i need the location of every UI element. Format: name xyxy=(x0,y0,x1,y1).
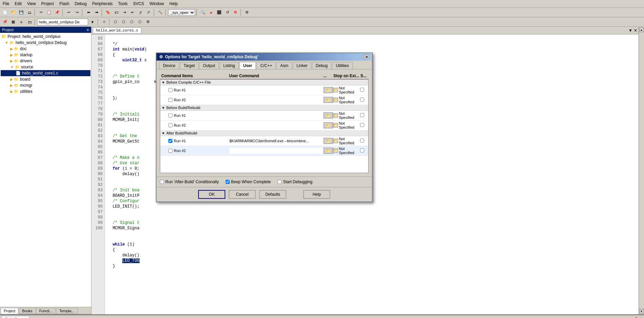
dialog-tab-device[interactable]: Device xyxy=(159,62,179,69)
sidebar-close-icon[interactable]: ✕ xyxy=(86,28,89,32)
after-build-run1-browse[interactable]: 📁 xyxy=(324,138,333,144)
tb2-select[interactable]: ⊹ xyxy=(100,18,108,26)
tb-debug-reset[interactable]: ↺ xyxy=(224,9,231,16)
tree-item-board[interactable]: ▶ 📁 board xyxy=(1,76,90,82)
code-tab-pin[interactable]: ▼ xyxy=(628,28,632,33)
before-compile-run1-checkbox[interactable] xyxy=(168,88,172,92)
tb-comment[interactable]: // xyxy=(137,9,144,16)
menu-svcs[interactable]: SVCS xyxy=(130,1,147,7)
dialog-tab-asm[interactable]: Asm xyxy=(276,62,292,69)
code-tab-core1[interactable]: hello_world_core1.c xyxy=(93,27,141,34)
bottom-panel-close[interactable]: ✕ xyxy=(639,317,643,318)
dialog-tab-output[interactable]: Output xyxy=(199,62,219,69)
tree-item-utilities[interactable]: ▶ 📁 utilities xyxy=(1,88,90,94)
tb-nav-back[interactable]: ⬅ xyxy=(85,9,92,16)
project-tree[interactable]: 📁 Project: hello_world_cm0plus ▼ 📁 hello… xyxy=(0,33,91,307)
tb2-grid[interactable]: ▦ xyxy=(9,18,17,26)
tb2-options[interactable]: ⚙ xyxy=(144,18,152,26)
menu-view[interactable]: View xyxy=(24,1,39,7)
group-before-compile-header[interactable]: ▼ Before Compile C/C++ File xyxy=(160,80,368,85)
before-compile-run2-s-checkbox[interactable] xyxy=(360,98,364,102)
tb2-list[interactable]: ≡ xyxy=(18,18,25,26)
menu-project[interactable]: Project xyxy=(39,1,57,7)
bottom-panel-pin[interactable]: 📌 xyxy=(633,317,638,318)
tb-build-target[interactable]: 🔨 xyxy=(157,9,164,16)
before-build-run1-input[interactable] xyxy=(229,112,324,119)
sidebar-tab-project[interactable]: Project xyxy=(1,308,18,314)
sidebar-tab-templates[interactable]: Templa... xyxy=(56,308,78,314)
run-after-build-checkbox[interactable] xyxy=(160,180,164,184)
before-build-run2-input[interactable] xyxy=(229,122,324,128)
bottom-tab-build[interactable]: Build Output xyxy=(1,316,29,318)
after-build-run1-input[interactable] xyxy=(229,138,324,144)
menu-flash[interactable]: Flash xyxy=(57,1,72,7)
dialog-tab-target[interactable]: Target xyxy=(180,62,199,69)
cancel-button[interactable]: Cancel xyxy=(229,190,256,199)
tb2-dropdown[interactable]: ▼ xyxy=(89,18,96,26)
group-before-build-header[interactable]: ▼ Before Build/Rebuild xyxy=(160,105,368,111)
menu-peripherals[interactable]: Peripherals xyxy=(89,1,116,7)
menu-help[interactable]: Help xyxy=(167,1,181,7)
tb-undo[interactable]: ↩ xyxy=(65,9,72,16)
after-build-run1-s-checkbox[interactable] xyxy=(360,139,364,143)
right-scroll-down[interactable]: ▼ xyxy=(639,309,644,314)
ok-button[interactable]: OK xyxy=(198,190,225,199)
tb-save[interactable]: 💾 xyxy=(18,9,25,16)
tb-unindent[interactable]: ⇤ xyxy=(129,9,136,16)
tb-search[interactable]: 🔍 xyxy=(199,9,207,16)
help-button[interactable]: Help xyxy=(303,190,330,199)
after-build-run1-checkbox[interactable] xyxy=(168,139,172,143)
beep-checkbox[interactable] xyxy=(226,180,230,184)
after-build-run2-browse[interactable]: 📁 xyxy=(324,148,333,154)
tb-bookmark[interactable]: 🔖 xyxy=(104,9,112,16)
menu-edit[interactable]: Edit xyxy=(12,1,24,7)
tb-new[interactable]: 📄 xyxy=(1,9,9,16)
menu-window[interactable]: Window xyxy=(147,1,167,7)
tree-item-mcmgr[interactable]: ▶ 📁 mcmgr xyxy=(1,82,90,88)
defaults-button[interactable]: Defaults xyxy=(259,190,286,199)
tree-item-drivers[interactable]: ▶ 📁 drivers xyxy=(1,58,90,64)
start-debugging-checkbox[interactable] xyxy=(277,180,282,184)
tb2-a1[interactable]: ⬡ xyxy=(112,18,119,26)
tb-nav-fwd[interactable]: ➡ xyxy=(93,9,100,16)
tb-cut[interactable]: ✂ xyxy=(37,9,45,16)
after-build-run2-s-checkbox[interactable] xyxy=(360,148,364,152)
tb2-a4[interactable]: ⬡ xyxy=(136,18,144,26)
tb2-a3[interactable]: ⬡ xyxy=(128,18,136,26)
group-after-build-header[interactable]: ▼ After Build/Rebuild xyxy=(160,130,368,136)
target-combo[interactable]: _sys_open xyxy=(168,9,195,16)
tb-redo[interactable]: ↪ xyxy=(73,9,81,16)
before-build-run2-s-checkbox[interactable] xyxy=(360,123,364,127)
menu-tools[interactable]: Tools xyxy=(116,1,130,7)
before-build-run2-browse[interactable]: 📁 xyxy=(324,122,333,128)
dialog-tab-debug[interactable]: Debug xyxy=(312,62,331,69)
before-compile-run2-browse[interactable]: 📁 xyxy=(324,97,333,103)
menu-debug[interactable]: Debug xyxy=(72,1,89,7)
tb-debug-stop[interactable]: ⬛ xyxy=(215,9,223,16)
tb2-pin[interactable]: 📌 xyxy=(1,18,9,26)
before-compile-run2-checkbox[interactable] xyxy=(168,98,172,102)
tb-indent[interactable]: ⇥ xyxy=(121,9,128,16)
after-build-run2-checkbox[interactable] xyxy=(168,149,172,153)
tree-item-doc[interactable]: ▶ 📁 doc xyxy=(1,46,90,52)
before-compile-run1-browse[interactable]: 📁 xyxy=(324,87,333,93)
before-compile-run2-input[interactable] xyxy=(229,97,324,103)
tb-debug-go[interactable]: ● xyxy=(207,9,215,16)
menu-file[interactable]: File xyxy=(0,1,12,7)
tree-item-startup[interactable]: ▶ 📁 startup xyxy=(1,52,90,58)
dialog-close-button[interactable]: ✕ xyxy=(364,55,369,59)
tb-save-all[interactable]: 🗂 xyxy=(26,9,33,16)
tb-paste[interactable]: 📌 xyxy=(54,9,61,16)
dialog-tab-user[interactable]: User xyxy=(240,62,256,69)
after-build-run2-input-container[interactable] xyxy=(229,148,324,154)
tb-copy[interactable]: 📋 xyxy=(45,9,53,16)
dialog-tab-cpp[interactable]: C/C++ xyxy=(256,62,276,69)
dialog-tab-listing[interactable]: Listing xyxy=(220,62,239,69)
before-compile-run1-s-checkbox[interactable] xyxy=(360,88,364,92)
code-tab-close[interactable]: ✕ xyxy=(634,28,637,33)
tb-settings[interactable]: ⚙ xyxy=(243,9,251,16)
tb2-stack[interactable]: 🗃 xyxy=(26,18,33,26)
tb2-a2[interactable]: ⬡ xyxy=(120,18,127,26)
tb-uncomment[interactable]: /* xyxy=(145,9,152,16)
before-build-run1-s-checkbox[interactable] xyxy=(360,113,364,117)
